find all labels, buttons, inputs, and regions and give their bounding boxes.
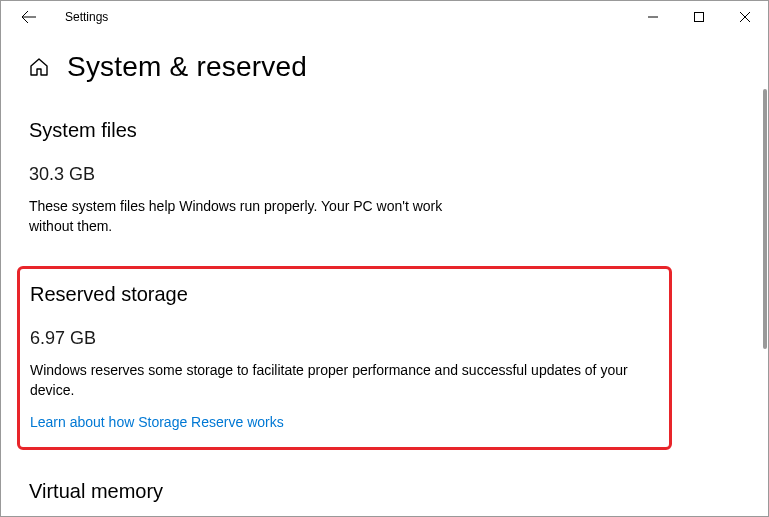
minimize-icon — [648, 12, 658, 22]
close-button[interactable] — [722, 1, 768, 33]
arrow-left-icon — [21, 9, 37, 25]
virtual-memory-section: Virtual memory 3.64 GB — [29, 476, 740, 516]
content-area: System & reserved System files 30.3 GB T… — [1, 33, 768, 516]
learn-more-link[interactable]: Learn about how Storage Reserve works — [30, 414, 284, 430]
reserved-storage-section: Reserved storage 6.97 GB Windows reserve… — [30, 279, 659, 435]
back-button[interactable] — [9, 1, 49, 33]
system-files-section: System files 30.3 GB These system files … — [29, 115, 740, 240]
scrollbar-thumb[interactable] — [763, 89, 767, 349]
section-value: 30.3 GB — [29, 164, 740, 185]
home-icon — [29, 57, 49, 77]
section-heading: System files — [29, 119, 740, 142]
section-heading: Reserved storage — [30, 283, 659, 306]
section-value: 6.97 GB — [30, 328, 659, 349]
maximize-button[interactable] — [676, 1, 722, 33]
svg-rect-0 — [695, 13, 704, 22]
minimize-button[interactable] — [630, 1, 676, 33]
titlebar: Settings — [1, 1, 768, 33]
section-heading: Virtual memory — [29, 480, 740, 503]
highlight-annotation: Reserved storage 6.97 GB Windows reserve… — [17, 266, 672, 450]
app-title: Settings — [65, 10, 108, 24]
page-header: System & reserved — [29, 51, 740, 83]
window-controls — [630, 1, 768, 33]
scrollbar[interactable] — [757, 33, 767, 515]
section-description: These system files help Windows run prop… — [29, 197, 449, 236]
section-description: Windows reserves some storage to facilit… — [30, 361, 659, 400]
close-icon — [740, 12, 750, 22]
page-title: System & reserved — [67, 51, 307, 83]
maximize-icon — [694, 12, 704, 22]
